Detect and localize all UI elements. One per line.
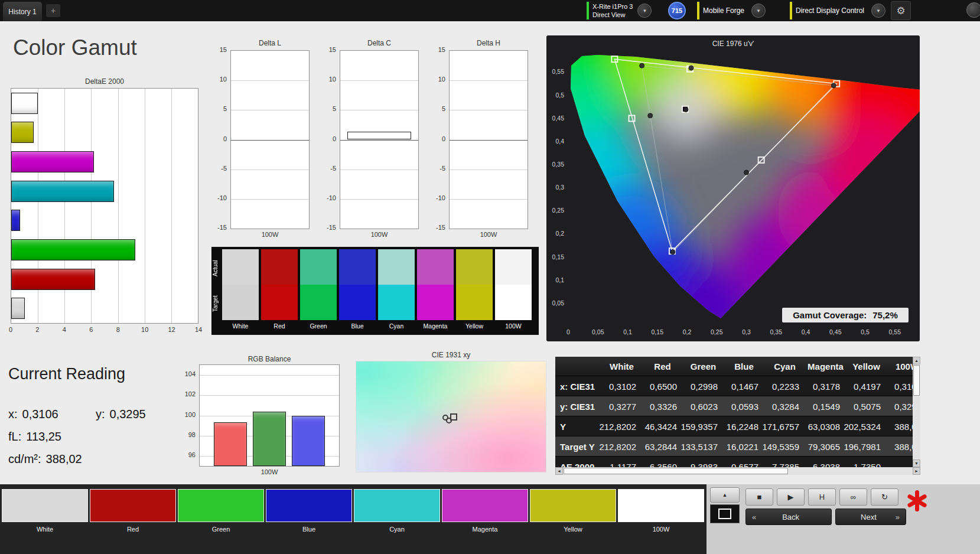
axis-tick-label: 0,5 [555, 92, 564, 99]
continuous-measure-button[interactable]: ∞ [839, 488, 867, 506]
fl-label: fL: [8, 430, 21, 444]
table-row[interactable]: y: CIE310,32770,33260,60230,05930,32840,… [555, 396, 913, 416]
table-cell: 149,5359 [764, 436, 805, 457]
alert-asterisk-icon[interactable] [903, 487, 931, 515]
deltae-chart-title: DeltaE 2000 [11, 77, 198, 86]
delta-l-y-axis: -15-10-5051015 [208, 50, 228, 229]
axis-tick-label: -15 [428, 224, 445, 231]
axis-tick-label: 0,2 [555, 230, 564, 237]
pattern-swatch-green[interactable] [178, 489, 264, 522]
pattern-yellow: Yellow [530, 489, 616, 533]
delta-l-chart [230, 50, 310, 229]
target-swatch [417, 285, 454, 320]
axis-tick-label: 12 [168, 326, 175, 333]
gridline [200, 395, 339, 396]
back-button[interactable]: « Back [745, 509, 832, 525]
pattern-swatch-blue[interactable] [266, 489, 352, 522]
gear-icon[interactable]: ⚙ [891, 1, 911, 20]
pattern-swatch-red[interactable] [90, 489, 176, 522]
gridline [231, 199, 309, 200]
column-header: Red [642, 357, 683, 376]
pattern-swatch-yellow[interactable] [530, 489, 616, 522]
pattern-swatch-white[interactable] [2, 489, 88, 522]
cie-1931-title: CIE 1931 xy [356, 351, 546, 359]
scroll-right-icon[interactable]: ► [913, 467, 920, 475]
single-measure-button[interactable]: H [808, 488, 836, 506]
gamut-coverage-text: Gamut Coverage: [793, 310, 867, 320]
table-cell: 0,2233 [764, 376, 805, 396]
scroll-down-icon[interactable]: ▼ [913, 460, 920, 467]
table-row[interactable]: x: CIE310,31020,65000,29980,14670,22330,… [555, 376, 913, 396]
axis-tick-label: -5 [209, 165, 227, 172]
delta-h-y-axis: -15-10-5051015 [426, 50, 447, 229]
expand-button[interactable]: ▲ [710, 487, 740, 503]
table-cell: 16,0221 [724, 436, 764, 457]
pattern-100w: 100W [618, 489, 704, 533]
meter-selector[interactable]: X-Rite i1Pro 3 Direct View ▼ [587, 1, 652, 20]
scrollbar-track[interactable] [789, 467, 913, 475]
pattern-swatch-cyan[interactable] [354, 489, 440, 522]
scrollbar-thumb[interactable] [913, 365, 920, 396]
play-button[interactable]: ▶ [777, 488, 805, 506]
table-vertical-scrollbar[interactable]: ▲ ▼ [913, 357, 920, 467]
pattern-swatch-100w[interactable] [618, 489, 704, 522]
add-tab-button[interactable]: + [46, 4, 60, 17]
pattern-label: White [2, 522, 88, 533]
chevron-down-icon[interactable]: ▼ [637, 4, 652, 18]
pattern-source-selector[interactable]: Mobile Forge ▼ [697, 1, 766, 20]
pattern-swatch-magenta[interactable] [442, 489, 528, 522]
rgb-balance-title: RGB Balance [199, 355, 340, 363]
axis-tick-label: 0,15 [652, 328, 664, 335]
target-swatch [300, 285, 337, 320]
meter-status-bar [587, 2, 589, 19]
table-cell: 0,3295 [887, 396, 913, 416]
row-label: Target Y [555, 436, 601, 457]
table-cell: 0,3284 [764, 396, 805, 416]
pattern-label: Red [90, 522, 176, 533]
pattern-row: WhiteRedGreenBlueCyanMagentaYellow100W [2, 489, 704, 533]
axis-tick-label: 0 [209, 135, 227, 142]
scroll-left-icon[interactable]: ◄ [555, 467, 563, 475]
display-control-selector[interactable]: Direct Display Control ▼ [790, 1, 885, 20]
scroll-up-icon[interactable]: ▲ [913, 357, 920, 364]
gridline [450, 199, 528, 200]
swatch-column-blue: Blue [339, 249, 376, 332]
gridline [340, 80, 418, 81]
axis-tick-label: -10 [428, 194, 445, 201]
y-label: y: [96, 408, 105, 421]
table-row[interactable]: ΔE 20001,11776,35609,39830,65777,73856,3… [555, 457, 913, 467]
swatch-label: Red [261, 320, 298, 332]
axis-tick-label: 0,5 [861, 328, 870, 335]
tab-history-1[interactable]: History 1 [3, 2, 42, 21]
refresh-button[interactable]: ↻ [871, 488, 898, 506]
corner-circle-button[interactable] [966, 2, 980, 18]
gridline [231, 80, 309, 81]
chevron-down-icon[interactable]: ▼ [871, 4, 885, 18]
axis-tick-label: 0,55 [552, 68, 565, 75]
stop-button[interactable]: ■ [745, 488, 773, 506]
actual-swatch [495, 249, 532, 285]
table-row[interactable]: Target Y212,820263,2844133,513716,022114… [555, 436, 913, 457]
scrollbar-track[interactable] [913, 396, 920, 460]
delta-c-chart [340, 50, 419, 229]
measured-marker-red [831, 83, 836, 88]
table-cell: 0,3326 [642, 396, 683, 416]
next-button[interactable]: Next » [835, 509, 906, 525]
table-cell: 0,4197 [846, 376, 887, 396]
table-cell: 1,7350 [846, 457, 887, 467]
transport-bar: ▲ ■▶H∞↻ « Back Next » [706, 484, 980, 554]
gridline [231, 110, 309, 110]
cdm2-label: cd/m²: [8, 452, 41, 466]
scrollbar-thumb[interactable] [564, 468, 788, 474]
rgb-balance-x-label: 100W [199, 468, 340, 475]
axis-tick-label: 0 [428, 135, 445, 142]
chevron-down-icon[interactable]: ▼ [751, 4, 766, 18]
axis-tick-label: 10 [318, 76, 336, 83]
table-cell: 159,9357 [683, 416, 724, 436]
axis-tick-label: 0,35 [770, 328, 783, 335]
delta-c-y-axis: -15-10-5051015 [317, 50, 337, 229]
table-row[interactable]: Y212,820246,3424159,935716,2248171,67576… [555, 416, 913, 436]
table-horizontal-scrollbar[interactable]: ◄ ► [555, 467, 920, 475]
pattern-window-button[interactable] [710, 504, 740, 523]
fl-value: 113,25 [26, 430, 61, 444]
